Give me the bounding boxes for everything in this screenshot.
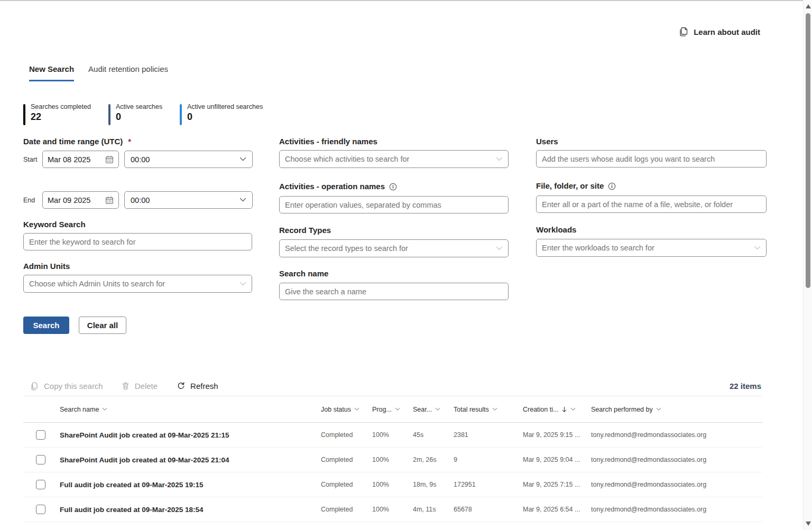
chevron-down-icon xyxy=(435,407,440,411)
document-pages-icon xyxy=(678,26,689,37)
scroll-up-icon[interactable] xyxy=(806,4,811,8)
column-header-job-status[interactable]: Job status xyxy=(321,406,372,413)
chevron-down-icon xyxy=(496,246,503,251)
sort-descending-icon xyxy=(561,406,567,413)
vertical-scrollbar[interactable] xyxy=(803,0,812,530)
row-checkbox[interactable] xyxy=(36,430,45,440)
stat-searches-completed: Searches completed 22 xyxy=(23,103,91,125)
tab-new-search[interactable]: New Search xyxy=(29,64,74,81)
workloads-label: Workloads xyxy=(536,225,767,234)
row-checkbox[interactable] xyxy=(36,505,45,514)
refresh-icon xyxy=(177,382,186,390)
form-column-left: Date and time range (UTC)* Start Mar 08 … xyxy=(23,137,252,293)
activities-friendly-label: Activities - friendly names xyxy=(279,137,509,146)
chevron-down-icon xyxy=(656,407,661,411)
chevron-down-icon xyxy=(239,282,246,286)
row-search-performed-by: tony.redmond@redmondassociates.org xyxy=(591,506,762,513)
results-toolbar: Copy this search Delete Refresh 22 items xyxy=(23,376,762,396)
record-types-label: Record Types xyxy=(279,226,509,235)
end-time-select[interactable]: 00:00 xyxy=(124,191,253,209)
column-header-creation-time[interactable]: Creation ti... xyxy=(523,406,591,413)
stat-value: 0 xyxy=(116,111,162,123)
column-header-total-results[interactable]: Total results xyxy=(454,406,523,413)
end-time-value: 00:00 xyxy=(131,196,239,204)
stat-bar xyxy=(108,104,110,125)
search-name-input[interactable] xyxy=(279,283,509,300)
search-name-label: Search name xyxy=(279,269,509,278)
table-row[interactable]: Full audit job created at 09-Mar-2025 19… xyxy=(23,472,762,497)
users-label: Users xyxy=(536,137,767,146)
search-button[interactable]: Search xyxy=(23,317,69,334)
row-progress: 100% xyxy=(372,456,413,463)
table-row[interactable]: SharePoint Audit job created at 09-Mar-2… xyxy=(23,448,762,472)
activities-operation-input[interactable] xyxy=(279,196,509,213)
users-input[interactable] xyxy=(536,150,767,168)
end-date-value: Mar 09 2025 xyxy=(48,196,105,204)
file-folder-site-input[interactable] xyxy=(536,196,767,213)
row-search-name[interactable]: SharePoint Audit job created at 09-Mar-2… xyxy=(60,431,321,439)
workloads-dropdown[interactable]: Enter the workloads to search for xyxy=(536,239,767,257)
scrollbar-thumb[interactable] xyxy=(806,13,810,288)
column-header-search-name[interactable]: Search name xyxy=(60,406,321,413)
required-asterisk: * xyxy=(128,137,131,146)
row-creation-time: Mar 9, 2025 9:04 ... xyxy=(523,456,591,463)
row-job-status: Completed xyxy=(321,506,372,513)
chevron-down-icon xyxy=(496,157,503,162)
end-date-row: End Mar 09 2025 00:00 xyxy=(23,191,252,209)
learn-about-audit-link[interactable]: Learn about audit xyxy=(678,26,760,37)
row-progress: 100% xyxy=(372,481,413,488)
trash-icon xyxy=(121,382,130,390)
tab-audit-retention-policies[interactable]: Audit retention policies xyxy=(88,64,168,81)
copy-this-search-button[interactable]: Copy this search xyxy=(30,382,103,391)
start-date-picker[interactable]: Mar 08 2025 xyxy=(42,151,119,168)
table-header-row: Search name Job status Prog... Sear... T… xyxy=(23,396,762,423)
end-date-picker[interactable]: Mar 09 2025 xyxy=(42,191,119,209)
refresh-button[interactable]: Refresh xyxy=(177,382,218,390)
record-types-placeholder: Select the record types to search for xyxy=(285,244,496,253)
clear-all-button[interactable]: Clear all xyxy=(79,317,126,334)
admin-units-label: Admin Units xyxy=(23,262,252,271)
row-search-name[interactable]: SharePoint Audit job created at 09-Mar-2… xyxy=(60,456,321,464)
row-search-performed-by: tony.redmond@redmondassociates.org xyxy=(591,431,762,439)
stat-active-unfiltered-searches: Active unfiltered searches 0 xyxy=(180,103,263,125)
row-checkbox[interactable] xyxy=(36,455,45,464)
date-range-label: Date and time range (UTC)* xyxy=(23,137,252,146)
info-icon[interactable] xyxy=(608,182,616,190)
record-types-dropdown[interactable]: Select the record types to search for xyxy=(279,239,509,257)
stat-label: Active unfiltered searches xyxy=(187,103,263,110)
file-folder-site-label: File, folder, or site xyxy=(536,181,767,190)
copy-button-label: Copy this search xyxy=(44,382,103,390)
chevron-down-icon xyxy=(492,407,497,411)
start-label: Start xyxy=(23,156,42,163)
info-icon[interactable] xyxy=(389,183,397,191)
chevron-down-icon xyxy=(239,198,246,202)
refresh-button-label: Refresh xyxy=(190,382,218,390)
row-search-name[interactable]: Full audit job created at 09-Mar-2025 19… xyxy=(60,481,321,489)
items-count: 22 items xyxy=(730,382,761,390)
row-total-results: 65678 xyxy=(454,506,523,513)
delete-button-label: Delete xyxy=(135,382,158,390)
table-row[interactable]: SharePoint Audit job created at 09-Mar-2… xyxy=(23,423,762,448)
admin-units-dropdown[interactable]: Choose which Admin Units to search for xyxy=(23,275,252,293)
row-total-results: 9 xyxy=(454,456,523,463)
column-header-search-performed-by[interactable]: Search performed by xyxy=(591,406,762,413)
row-job-status: Completed xyxy=(321,481,372,488)
chevron-down-icon xyxy=(754,246,761,250)
table-row[interactable]: Full audit job created at 09-Mar-2025 18… xyxy=(23,497,762,522)
column-header-search-duration[interactable]: Sear... xyxy=(413,406,454,413)
row-checkbox[interactable] xyxy=(36,480,45,489)
row-progress: 100% xyxy=(372,506,413,513)
row-search-performed-by: tony.redmond@redmondassociates.org xyxy=(591,456,762,463)
row-search-name[interactable]: Full audit job created at 09-Mar-2025 18… xyxy=(60,506,321,514)
column-header-progress[interactable]: Prog... xyxy=(372,406,413,413)
start-date-row: Start Mar 08 2025 00:00 xyxy=(23,151,252,168)
chevron-down-icon xyxy=(102,407,107,411)
row-creation-time: Mar 9, 2025 7:15 ... xyxy=(523,481,591,488)
form-column-right: Users File, folder, or site Workloads En… xyxy=(536,137,767,257)
activities-friendly-dropdown[interactable]: Choose which activities to search for xyxy=(279,150,509,168)
start-time-select[interactable]: 00:00 xyxy=(124,151,253,168)
form-column-middle: Activities - friendly names Choose which… xyxy=(279,137,509,300)
keyword-search-input[interactable] xyxy=(23,233,252,250)
scroll-down-icon[interactable] xyxy=(806,522,811,526)
delete-button[interactable]: Delete xyxy=(121,382,158,390)
